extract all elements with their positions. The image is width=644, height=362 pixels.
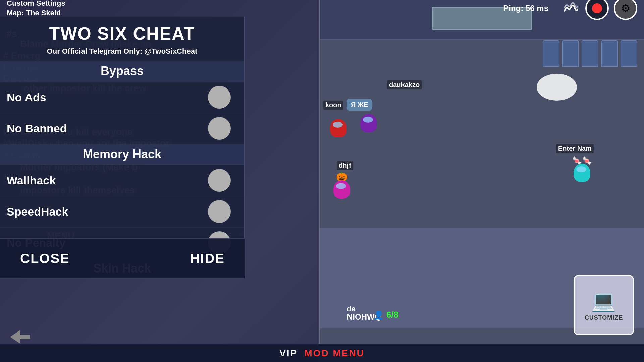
toggle-btn-speedhack[interactable]	[208, 200, 231, 223]
character-purple	[360, 114, 377, 132]
toggle-label-no-ads: No Ads	[7, 91, 46, 104]
toggle-row-speedhack: SpeedHack	[0, 196, 244, 227]
toggle-label-speedhack: SpeedHack	[7, 205, 68, 218]
panel-subtitle: Our Official Telegram Only: @TwoSixCheat	[0, 45, 244, 61]
toggle-row-wallhack: Wallhack	[0, 165, 244, 196]
customize-button[interactable]: 💻 CUSTOMIZE	[574, 275, 634, 335]
ghost-cloud	[537, 74, 577, 101]
player-label-dhjf: dhjf	[337, 161, 353, 170]
wave-icon	[560, 0, 580, 18]
custom-settings-line1: Custom Settings	[7, 0, 65, 8]
char-body-magenta	[333, 180, 350, 199]
customize-icon: 💻	[591, 289, 616, 313]
bottom-action-bar: CLOSE HIDE	[0, 238, 245, 278]
char-visor-magenta	[336, 183, 346, 189]
toggle-btn-wallhack[interactable]	[208, 169, 231, 192]
cheat-panel: TWO SIX CHEAT Our Official Telegram Only…	[0, 17, 245, 278]
char-visor-red	[333, 122, 343, 128]
character-red	[330, 119, 347, 137]
toggle-row-no-banned: No Banned	[0, 113, 244, 144]
chairs-area	[543, 40, 637, 67]
toggle-btn-no-banned[interactable]	[208, 117, 231, 140]
toggle-label-no-banned: No Banned	[7, 122, 67, 135]
player-label-daukakzo: daukakzo	[387, 80, 422, 89]
panel-title: TWO SIX CHEAT	[0, 17, 244, 45]
player-label-enternam: Enter Nam	[556, 144, 594, 153]
custom-settings-text: Custom Settings Map: The Skeid	[7, 0, 65, 18]
player-count: 6/8	[386, 310, 398, 320]
player-label-koon: koon	[323, 101, 343, 110]
top-hud: Custom Settings Map: The Skeid Ping: 56 …	[0, 0, 644, 17]
chair-3	[582, 40, 598, 67]
speech-bubble-cyrillic: Я ЖЕ	[347, 99, 372, 111]
record-button[interactable]	[585, 0, 609, 20]
ping-display: Ping: 56 ms	[503, 4, 548, 13]
character-magenta: 🎃	[333, 171, 350, 199]
toggle-row-no-ads: No Ads	[0, 81, 244, 113]
toggle-label-wallhack: Wallhack	[7, 174, 56, 187]
char-body-cyan	[574, 164, 590, 182]
hide-button[interactable]: HIDE	[190, 251, 225, 266]
chair-1	[543, 40, 559, 67]
customize-label: CUSTOMIZE	[585, 314, 623, 321]
vip-bar: VIP MOD MENU	[0, 344, 644, 362]
custom-settings-line2: Map: The Skeid	[7, 8, 65, 18]
settings-gear-button[interactable]: ⚙	[614, 0, 637, 20]
vip-label: VIP	[279, 348, 298, 359]
chair-2	[562, 40, 579, 67]
close-button[interactable]: CLOSE	[20, 251, 70, 266]
player-count-area: 👤 6/8	[374, 310, 398, 320]
char-body-purple	[360, 114, 377, 132]
char-visor-cyan	[576, 166, 586, 172]
chair-5	[621, 40, 637, 67]
gear-icon: ⚙	[621, 2, 631, 15]
hud-right-area: Ping: 56 ms ⚙	[503, 0, 637, 20]
section-memory-hack: Memory Hack	[0, 144, 244, 165]
toggle-btn-no-ads[interactable]	[208, 86, 231, 109]
character-cyan: 🍬🍬	[572, 156, 592, 182]
player-icon: 👤	[374, 310, 384, 320]
char-visor-purple	[363, 117, 373, 123]
mod-menu-label: MOD MENU	[304, 348, 365, 359]
char-body-red	[330, 119, 347, 137]
section-bypass: Bypass	[0, 61, 244, 81]
chair-4	[601, 40, 618, 67]
record-dot	[592, 3, 602, 13]
